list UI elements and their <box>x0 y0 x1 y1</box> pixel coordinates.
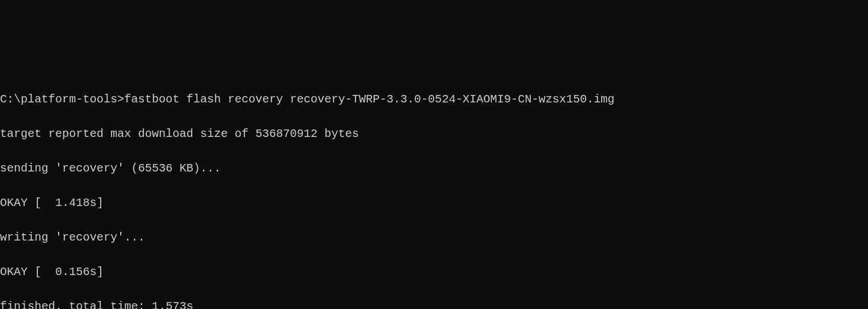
terminal-line: C:\platform-tools>fastboot flash recover… <box>0 91 868 108</box>
terminal-line: target reported max download size of 536… <box>0 125 868 143</box>
terminal-line: OKAY [ 0.156s] <box>0 264 868 281</box>
terminal-line: sending 'recovery' (65536 KB)... <box>0 160 868 177</box>
terminal-line: OKAY [ 1.418s] <box>0 194 868 212</box>
terminal-line: writing 'recovery'... <box>0 229 868 246</box>
terminal-output[interactable]: C:\platform-tools>fastboot flash recover… <box>0 74 868 309</box>
terminal-line: finished. total time: 1.573s <box>0 298 868 309</box>
